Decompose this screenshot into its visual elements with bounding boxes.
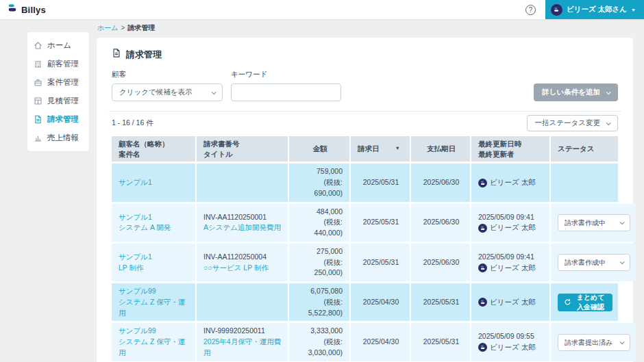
bulk-payment-confirm-button[interactable]: まとめて入金確認	[558, 294, 612, 311]
cell-billing-date: 2025/04/30	[351, 323, 410, 361]
cell-status: 請求書提出済み	[551, 323, 636, 361]
cell-billing-date: 2025/05/31	[351, 164, 410, 201]
chevron-down-icon: ▼	[631, 8, 636, 12]
sidebar: ホーム顧客管理案件管理見積管理請求管理売上情報	[27, 32, 89, 151]
sidebar-item-chart[interactable]: 売上情報	[27, 129, 89, 147]
sidebar-item-briefcase[interactable]: 案件管理	[27, 73, 89, 92]
cell-invoice: INV-AA1120250004○○サービス LP 制作	[197, 244, 288, 281]
sort-desc-icon[interactable]: ▼	[395, 145, 400, 153]
advanced-filter-label: 詳しい条件を追加	[542, 88, 600, 97]
breadcrumb: ホーム>請求管理	[97, 23, 633, 33]
project-link[interactable]: システム Z 保守・運用	[119, 337, 190, 359]
cell-status	[551, 164, 618, 201]
updater-avatar-icon	[478, 343, 487, 352]
updated-at: 2025/05/09 09:41	[478, 252, 544, 263]
sidebar-item-building[interactable]: 顧客管理	[27, 55, 89, 73]
amount-value: 3,333,000	[310, 326, 343, 337]
status-select[interactable]: 請求書作成中	[558, 254, 630, 271]
cell-customer-project: サンプル1	[112, 164, 195, 201]
sidebar-item-home[interactable]: ホーム	[27, 36, 89, 55]
cell-status: 請求書作成中	[551, 204, 636, 242]
main-content: ホーム>請求管理 請求管理 顧客 クリックで候補を表示 キーワード	[97, 19, 633, 362]
cell-invoice: INV-9999202500112025年4月保守・運用費用	[197, 323, 288, 361]
advanced-filter-button[interactable]: 詳しい条件を追加	[534, 83, 618, 101]
estimate-icon	[34, 96, 42, 105]
cell-status: 請求書作成中	[551, 244, 636, 281]
invoice-title-link[interactable]: ○○サービス LP 制作	[203, 263, 282, 274]
breadcrumb-item: 請求管理	[127, 24, 155, 31]
refresh-icon	[564, 298, 571, 306]
cell-amount: 275,000(税抜: 250,000)	[289, 244, 349, 281]
customer-link[interactable]: サンプル99	[119, 326, 190, 337]
updater-name: ビリーズ 太郎	[490, 342, 536, 353]
chart-icon	[34, 133, 42, 142]
status-select[interactable]: 請求書作成中	[558, 214, 630, 231]
invoice-row: サンプル99システム Z 保守・運用6,075,080(税抜: 5,522,80…	[112, 283, 618, 321]
topbar: Billys ? ビリーズ 太郎さん ▼	[0, 0, 644, 19]
column-header-customer: 顧客名（略称）案件名	[112, 136, 195, 161]
invoice-number: INV-AA1120250001	[203, 212, 282, 223]
cell-amount: 6,075,080(税抜: 5,522,800)	[289, 283, 349, 321]
briefcase-icon	[34, 78, 42, 87]
table-header-row: 顧客名（略称）案件名請求書番号タイトル金額請求日▼支払期日最終更新日時最終更新者…	[112, 136, 618, 161]
invoice-number: INV-999920250011	[203, 326, 282, 337]
breadcrumb-separator: >	[121, 24, 125, 31]
amount-value: 759,000	[317, 166, 343, 177]
cell-invoice	[197, 164, 288, 201]
invoice-title-link[interactable]: 2025年4月保守・運用費用	[203, 337, 282, 359]
cell-last-updated: 2025/05/09 09:55ビリーズ 太郎	[471, 323, 549, 361]
status-label: 請求書作成中	[565, 218, 606, 228]
updater-avatar-icon	[478, 298, 487, 307]
project-link[interactable]: システム A 開発	[119, 222, 190, 233]
customer-filter-select[interactable]: クリックで候補を表示	[112, 83, 223, 101]
cell-amount: 484,000(税抜: 440,000)	[289, 204, 349, 242]
status-select[interactable]: 請求書提出済み	[558, 334, 630, 351]
customer-link[interactable]: サンプル1	[119, 177, 190, 188]
cell-customer-project: サンプル99システム Z 保守・運用	[112, 323, 195, 361]
customer-link[interactable]: サンプル99	[119, 286, 190, 297]
sidebar-item-label: 見積管理	[47, 96, 79, 106]
bulk-status-change-button[interactable]: 一括ステータス変更	[527, 115, 618, 131]
status-label: 請求書作成中	[565, 257, 606, 268]
user-menu-button[interactable]: ビリーズ 太郎さん ▼	[545, 0, 644, 19]
keyword-input[interactable]	[231, 83, 341, 101]
sidebar-item-label: 案件管理	[47, 77, 79, 88]
chevron-down-icon	[606, 90, 611, 94]
breadcrumb-item[interactable]: ホーム	[97, 24, 118, 31]
column-header-updated: 最終更新日時最終更新者	[471, 136, 549, 161]
cell-status: まとめて入金確認	[551, 283, 618, 321]
cell-due-date: 2025/05/31	[411, 323, 470, 361]
amount-tax-excluded: (税抜: 3,030,000)	[296, 337, 343, 359]
project-link[interactable]: LP 制作	[119, 263, 190, 274]
invoice-row: サンプル99システム Z 保守・運用INV-9999202500112025年4…	[112, 323, 618, 361]
customer-filter-label: 顧客	[112, 70, 223, 79]
cell-invoice	[197, 283, 288, 321]
help-icon[interactable]: ?	[525, 5, 536, 15]
invoice-row: サンプル1LP 制作INV-AA1120250004○○サービス LP 制作27…	[112, 244, 618, 281]
project-link[interactable]: システム Z 保守・運用	[119, 297, 190, 319]
building-icon	[34, 60, 42, 68]
cell-customer-project: サンプル99システム Z 保守・運用	[112, 283, 195, 321]
updater-name: ビリーズ 太郎	[490, 297, 536, 308]
updater-name: ビリーズ 太郎	[490, 222, 536, 233]
page-title: 請求管理	[126, 49, 162, 61]
updated-at: 2025/05/09 09:55	[478, 331, 544, 342]
amount-value: 275,000	[317, 246, 343, 257]
column-header-due_date: 支払期日	[411, 136, 470, 161]
sidebar-item-invoice[interactable]: 請求管理	[27, 110, 89, 129]
sidebar-item-estimate[interactable]: 見積管理	[27, 92, 89, 110]
customer-link[interactable]: サンプル1	[119, 252, 190, 263]
invoice-title-link[interactable]: Aシステム追加開発費用	[203, 222, 282, 233]
column-header-billing_date[interactable]: 請求日▼	[351, 136, 410, 161]
result-count: 1 - 16 / 16 件	[112, 118, 153, 128]
customer-link[interactable]: サンプル1	[119, 212, 190, 223]
cell-customer-project: サンプル1システム A 開発	[112, 204, 195, 242]
amount-value: 484,000	[317, 207, 343, 218]
updater-avatar-icon	[478, 179, 487, 188]
user-name: ビリーズ 太郎さん	[567, 5, 627, 14]
cell-due-date: 2025/06/30	[411, 204, 470, 242]
cell-amount: 3,333,000(税抜: 3,030,000)	[289, 323, 349, 361]
cell-last-updated: ビリーズ 太郎	[471, 283, 549, 321]
amount-tax-excluded: (税抜: 690,000)	[296, 177, 343, 199]
amount-tax-excluded: (税抜: 440,000)	[296, 217, 343, 239]
